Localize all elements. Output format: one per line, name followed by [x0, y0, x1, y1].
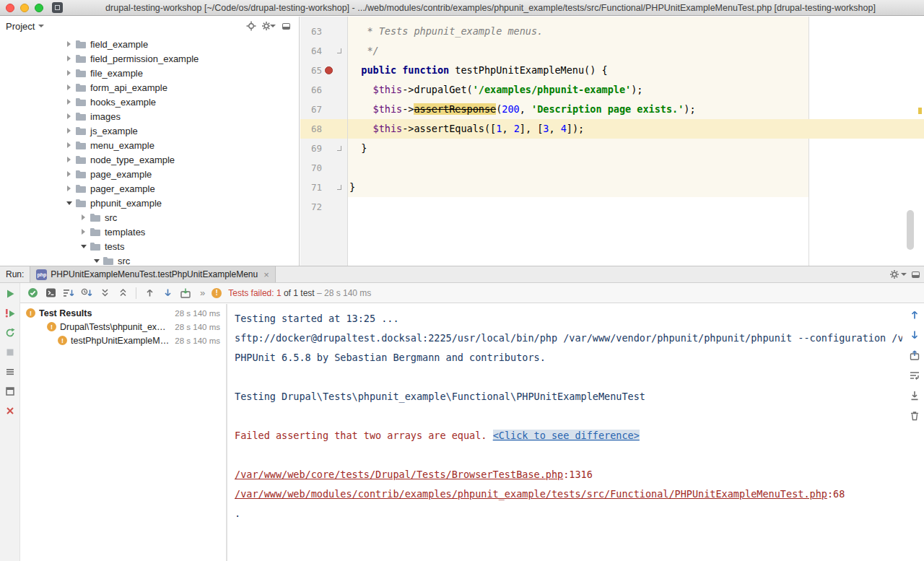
hide-project-panel-button[interactable] — [279, 19, 293, 33]
chevron-right-icon[interactable] — [65, 84, 73, 90]
project-settings-button[interactable] — [261, 19, 276, 33]
code-line-66[interactable]: $this->drupalGet('/examples/phpunit-exam… — [348, 80, 924, 100]
sort-by-duration-button[interactable] — [79, 285, 95, 301]
tree-item-src[interactable]: src — [0, 210, 299, 225]
minimize-window-button[interactable] — [20, 4, 29, 12]
project-app-icon — [52, 2, 63, 13]
restore-layout-button[interactable] — [1, 383, 19, 400]
chevron-right-icon[interactable] — [65, 99, 73, 105]
code-comment: * Tests phpunit_example menus. — [349, 25, 543, 37]
test-results-root-row[interactable]: ! Test Results 28 s 140 ms — [20, 306, 226, 320]
close-tab-icon[interactable]: × — [263, 269, 269, 280]
code-line-72[interactable] — [348, 197, 924, 217]
file-link[interactable]: /var/www/web/core/tests/Drupal/Tests/Bro… — [235, 469, 563, 480]
export-icon — [909, 349, 920, 361]
chevron-right-icon[interactable] — [65, 113, 73, 119]
tree-item-tests[interactable]: tests — [0, 239, 299, 253]
close-window-button[interactable] — [6, 4, 14, 12]
code-line-67[interactable]: $this->assertResponse(200, 'Description … — [348, 100, 924, 119]
chevron-down-icon[interactable] — [92, 259, 100, 263]
chevron-right-icon[interactable] — [65, 157, 73, 162]
chevron-right-icon[interactable] — [79, 214, 87, 220]
tree-item-tests-src[interactable]: src — [0, 253, 299, 266]
code-line-65[interactable]: public function testPhpUnitExampleMenu()… — [348, 61, 924, 80]
tree-item-phpunit-example[interactable]: phpunit_example — [0, 196, 299, 210]
tree-item-file-example[interactable]: file_example — [0, 66, 299, 80]
tree-item-images[interactable]: images — [0, 109, 299, 123]
code-area[interactable]: * Tests phpunit_example menus. */ public… — [348, 17, 924, 266]
failed-test-gutter-icon[interactable] — [325, 66, 333, 74]
chevron-right-icon[interactable] — [65, 128, 73, 134]
run-settings-button[interactable] — [889, 266, 907, 282]
see-difference-link[interactable]: <Click to see difference> — [493, 430, 640, 441]
code-line-69[interactable]: } — [348, 139, 924, 158]
chevron-down-icon — [901, 273, 907, 276]
code-line-68-current[interactable]: $this->assertEquals([1, 2], [3, 4]); — [348, 119, 924, 139]
tree-item-templates[interactable]: templates — [0, 225, 299, 239]
chevron-right-icon[interactable] — [79, 229, 87, 235]
test-console-output[interactable]: Testing started at 13:25 ... sftp://dock… — [227, 304, 924, 561]
folder-icon — [75, 82, 87, 92]
next-failed-test-button[interactable] — [160, 285, 175, 301]
code-line-63[interactable]: * Tests phpunit_example menus. — [348, 22, 924, 41]
chevron-right-icon[interactable] — [65, 186, 73, 191]
editor-gutter[interactable]: 63 64 65 66 67 68 69 70 71 72 — [300, 17, 348, 266]
hide-run-panel-button[interactable] — [907, 266, 924, 282]
sort-alphabetically-button[interactable] — [61, 285, 77, 301]
stop-button[interactable] — [1, 344, 19, 361]
file-link[interactable]: /var/www/web/modules/contrib/examples/ph… — [235, 488, 827, 500]
clear-all-button[interactable] — [908, 409, 921, 422]
scroll-from-source-button[interactable] — [244, 19, 258, 33]
down-the-stack-trace-button[interactable] — [908, 329, 921, 342]
rerun-button[interactable] — [1, 285, 19, 303]
tree-item-pager-example[interactable]: pager_example — [0, 181, 299, 196]
expand-all-button[interactable] — [97, 285, 113, 301]
chevron-right-icon[interactable] — [65, 56, 73, 61]
tree-item-js-example[interactable]: js_example — [0, 123, 299, 138]
collapse-all-button[interactable] — [115, 285, 131, 301]
import-test-results-button[interactable] — [178, 285, 193, 301]
scroll-to-end-button[interactable] — [908, 389, 921, 402]
warning-stripe-mark[interactable] — [918, 108, 922, 114]
fold-marker-icon[interactable] — [337, 185, 341, 190]
code-line-70[interactable] — [348, 158, 924, 178]
editor-scrollbar-thumb[interactable] — [907, 210, 914, 250]
tree-item-field-permission-example[interactable]: field_permission_example — [0, 51, 299, 66]
show-passed-button[interactable] — [25, 285, 40, 301]
test-suite-row[interactable]: ! Drupal\Tests\phpunit_example\Functiona… — [20, 320, 226, 334]
code-line-64[interactable]: */ — [348, 41, 924, 61]
up-the-stack-trace-button[interactable] — [908, 308, 921, 321]
fold-marker-icon[interactable] — [337, 48, 341, 53]
tree-item-label: field_example — [90, 39, 148, 50]
project-view-selector[interactable]: Project — [6, 21, 44, 32]
editor[interactable]: 63 64 65 66 67 68 69 70 71 72 * Tests ph… — [300, 17, 924, 266]
test-history-button[interactable] — [1, 363, 19, 380]
export-test-results-button[interactable] — [908, 349, 921, 362]
code-line-71[interactable]: } — [348, 178, 924, 197]
tree-item-form-api-example[interactable]: form_api_example — [0, 80, 299, 95]
zoom-window-button[interactable] — [35, 4, 43, 12]
fold-marker-icon[interactable] — [337, 146, 341, 151]
rerun-failed-tests-button[interactable] — [1, 305, 19, 322]
use-soft-wraps-button[interactable] — [908, 369, 921, 382]
tree-item-hooks-example[interactable]: hooks_example — [0, 95, 299, 109]
code-variable: $this — [349, 84, 402, 95]
chevron-right-icon[interactable] — [65, 41, 73, 47]
chevron-right-icon[interactable] — [65, 70, 73, 76]
tree-item-field-example[interactable]: field_example — [0, 37, 299, 51]
show-ignored-button[interactable] — [43, 285, 58, 301]
more-actions-button[interactable]: » — [196, 287, 209, 298]
toggle-auto-test-button[interactable] — [1, 324, 19, 342]
run-tab[interactable]: php PHPUnitExampleMenuTest.testPhpUnitEx… — [30, 266, 275, 282]
chevron-right-icon[interactable] — [65, 142, 73, 148]
tree-item-node-type-example[interactable]: node_type_example — [0, 152, 299, 167]
hide-panel-icon — [282, 23, 290, 30]
chevron-down-icon[interactable] — [65, 201, 73, 205]
chevron-down-icon[interactable] — [79, 245, 87, 248]
tree-item-menu-example[interactable]: menu_example — [0, 138, 299, 152]
tree-item-page-example[interactable]: page_example — [0, 167, 299, 181]
test-method-row[interactable]: ! testPhpUnitExampleMenu 28 s 140 ms — [20, 334, 226, 347]
previous-failed-test-button[interactable] — [141, 285, 157, 301]
close-run-panel-button[interactable] — [1, 402, 19, 419]
chevron-right-icon[interactable] — [65, 171, 73, 177]
